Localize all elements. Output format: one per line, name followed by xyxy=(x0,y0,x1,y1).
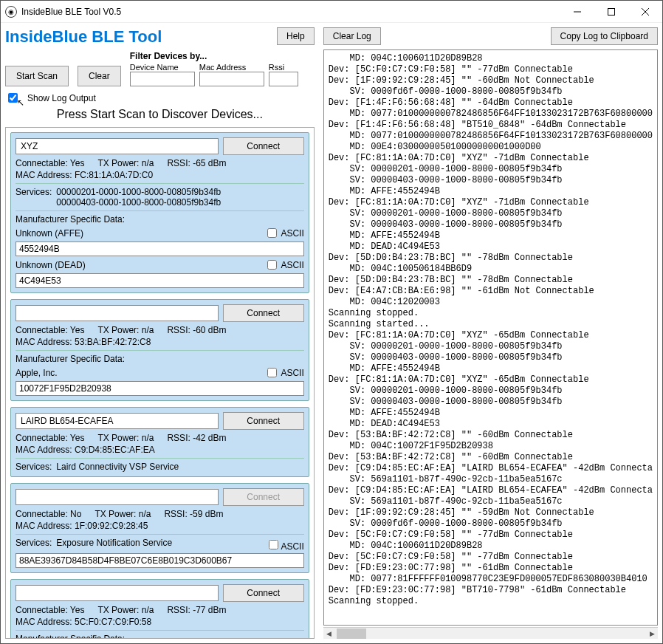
device-card: Connect Connectable: Yes TX Power: n/a R… xyxy=(10,579,309,639)
log-line: Dev: [C9:D4:85:EC:AF:EA] "LAIRD BL654-EC… xyxy=(329,485,653,496)
log-line: Scanning stopped. xyxy=(329,596,653,607)
log-line: SV: 00000201-0000-1000-8000-00805f9b34fb xyxy=(329,164,653,175)
help-button[interactable]: Help xyxy=(277,27,315,45)
connectable-field: Connectable: Yes xyxy=(16,325,84,335)
minimize-button[interactable] xyxy=(560,1,594,23)
log-line: MD: AFFE:4552494B xyxy=(329,363,653,374)
log-line: MD: 0077:0100000000782486856F64FF1013302… xyxy=(329,131,653,142)
service-name: Exposure Notification Service xyxy=(56,538,261,552)
services-label: Services: xyxy=(16,187,52,208)
start-scan-button[interactable]: Start Scan xyxy=(5,66,69,86)
txpower-field: TX Power: n/a xyxy=(97,433,154,443)
msd-data: 4C494E53 xyxy=(16,273,304,288)
ascii-toggle[interactable]: ASCII xyxy=(264,226,303,240)
maximize-button[interactable] xyxy=(594,1,628,23)
device-card: Connect Connectable: No TX Power: n/a RS… xyxy=(10,483,309,573)
log-line: Dev: [1F:09:92:C9:28:45] "" -60dBm Not C… xyxy=(329,75,653,86)
log-line: Scanning started... xyxy=(329,319,653,330)
log-line: Dev: [E4:A7:CB:BA:E6:98] "" -61dBm Not C… xyxy=(329,286,653,297)
rssi-field: RSSI: -42 dBm xyxy=(167,433,226,443)
device-name-input[interactable] xyxy=(16,305,219,321)
log-line: Dev: [FD:E9:23:0C:77:98] "" -61dBm Conne… xyxy=(329,563,653,574)
device-card: Connect Connectable: Yes TX Power: n/a R… xyxy=(10,407,309,477)
log-line: Dev: [C9:D4:85:EC:AF:EA] "LAIRD BL654-EC… xyxy=(329,463,653,474)
log-line: Dev: [5D:D0:B4:23:7B:BC] "" -78dBm Conne… xyxy=(329,253,653,264)
log-line: SV: 00000201-0000-1000-8000-00805f9b34fb xyxy=(329,386,653,397)
rssi-field: RSSI: -65 dBm xyxy=(167,158,226,168)
clear-button[interactable]: Clear xyxy=(78,66,121,86)
msd-header: Manufacturer Specific Data: xyxy=(16,354,304,364)
log-line: MD: AFFE:4552494B xyxy=(329,186,653,197)
ascii-toggle[interactable]: ASCII xyxy=(264,258,303,272)
filter-mac-label: Mac Address xyxy=(199,63,264,72)
scroll-left-icon[interactable]: ◀ xyxy=(323,630,335,637)
device-list[interactable]: Connect Connectable: Yes TX Power: n/a R… xyxy=(5,127,315,639)
ascii-toggle[interactable]: ASCII xyxy=(264,366,303,380)
msd-vendor: Unknown (AFFE) xyxy=(16,228,264,239)
log-line: SV: 00000201-0000-1000-8000-00805f9b34fb xyxy=(329,341,653,352)
service-uuid: 00000403-0000-1000-8000-00805f9b34fb xyxy=(56,197,221,208)
mac-field: MAC Address: FC:81:1A:0A:7D:C0 xyxy=(16,170,304,180)
log-line: Dev: [5C:F0:C7:C9:F0:58] "" -77dBm Conne… xyxy=(329,552,653,563)
connect-button[interactable]: Connect xyxy=(223,584,304,602)
log-line: Dev: [1F:09:92:C9:28:45] "" -59dBm Not C… xyxy=(329,507,653,518)
log-line: Scanning stopped. xyxy=(329,308,653,319)
filter-mac-input[interactable] xyxy=(199,72,264,86)
log-line: MD: 004C:1006011D20D89B28 xyxy=(329,53,653,64)
log-line: MD: 004C:12020003 xyxy=(329,297,653,308)
connectable-field: Connectable: Yes xyxy=(16,158,84,168)
device-name-input[interactable] xyxy=(16,489,219,505)
log-line: Dev: [FC:81:1A:0A:7D:C0] "XYZ" -71dBm Co… xyxy=(329,197,653,208)
log-output[interactable]: MD: 004C:1006011D20D89B28Dev: [5C:F0:C7:… xyxy=(323,49,658,626)
log-line: Dev: [FD:E9:23:0C:77:98] "BT710-7798" -6… xyxy=(329,585,653,596)
app-title: InsideBlue BLE Tool xyxy=(5,27,162,47)
log-line: Dev: [F1:4F:F6:56:68:48] "BT510_6848" -6… xyxy=(329,120,653,131)
log-line: Dev: [FC:81:1A:0A:7D:C0] "XYZ" -65dBm Co… xyxy=(329,374,653,386)
log-line: SV: 00000403-0000-1000-8000-00805f9b34fb xyxy=(329,175,653,186)
h-scrollbar[interactable]: ◀ ▶ xyxy=(323,627,658,639)
clear-log-button[interactable]: Clear Log xyxy=(323,27,381,45)
log-line: Dev: [FC:81:1A:0A:7D:C0] "XYZ" -71dBm Co… xyxy=(329,153,653,164)
ascii-toggle[interactable]: ASCII xyxy=(266,538,303,552)
connectable-field: Connectable: Yes xyxy=(16,605,84,615)
copy-log-button[interactable]: Copy Log to Clipboard xyxy=(551,27,658,45)
scroll-right-icon[interactable]: ▶ xyxy=(646,630,658,637)
log-line: MD: DEAD:4C494E53 xyxy=(329,242,653,253)
filter-header: Filter Devices by... xyxy=(130,51,298,61)
msd-header: Manufacturer Specific Data: xyxy=(16,214,304,225)
filter-rssi-input[interactable] xyxy=(269,72,298,86)
mac-field: MAC Address: 53:BA:BF:42:72:C8 xyxy=(16,337,304,347)
log-line: Dev: [53:BA:BF:42:72:C8] "" -60dBm Conne… xyxy=(329,430,653,441)
log-line: SV: 569a1101-b87f-490c-92cb-11ba5ea5167c xyxy=(329,474,653,485)
device-name-input[interactable] xyxy=(16,138,219,154)
scroll-thumb[interactable] xyxy=(337,628,366,639)
close-button[interactable] xyxy=(628,1,662,23)
connect-button[interactable]: Connect xyxy=(223,304,304,322)
log-line: MD: 004C:1006011D20D89B28 xyxy=(329,541,653,552)
log-line: SV: 00000403-0000-1000-8000-00805f9b34fb xyxy=(329,352,653,363)
connect-button[interactable]: Connect xyxy=(223,137,304,155)
log-line: SV: 569a1101-b87f-490c-92cb-11ba5ea5167c xyxy=(329,496,653,507)
log-line: SV: 00000403-0000-1000-8000-00805f9b34fb xyxy=(329,219,653,230)
mac-field: MAC Address: 5C:F0:C7:C9:F0:58 xyxy=(16,617,304,627)
title-bar: ◉ InsideBlue BLE Tool V0.5 xyxy=(1,1,662,23)
device-name-input[interactable] xyxy=(16,585,219,601)
log-line: Dev: [F1:4F:F6:56:68:48] "" -64dBm Conne… xyxy=(329,97,653,109)
show-log-label: Show Log Output xyxy=(27,93,96,103)
device-card: Connect Connectable: Yes TX Power: n/a R… xyxy=(10,132,309,293)
device-name-input[interactable] xyxy=(16,413,219,429)
filter-devname-input[interactable] xyxy=(130,72,195,86)
log-line: MD: AFFE:4552494B xyxy=(329,408,653,419)
mac-field: MAC Address: 1F:09:92:C9:28:45 xyxy=(16,521,304,531)
connect-button[interactable]: Connect xyxy=(223,412,304,430)
scan-hint: Press Start Scan to Discover Devices... xyxy=(5,108,315,121)
service-data: 88AE39367D84B58D4F8BE07C6E8B019C3D600B67 xyxy=(16,553,304,568)
log-line: MD: 004C:100506184BB6D9 xyxy=(329,264,653,275)
filter-rssi-label: Rssi xyxy=(269,63,298,72)
window-title: InsideBlue BLE Tool V0.5 xyxy=(21,7,560,17)
log-line: Dev: [53:BA:BF:42:72:C8] "" -60dBm Conne… xyxy=(329,452,653,463)
log-line: SV: 00000201-0000-1000-8000-00805f9b34fb xyxy=(329,208,653,219)
msd-vendor: Unknown (DEAD) xyxy=(16,260,264,270)
service-uuid: 00000201-0000-1000-8000-00805f9b34fb xyxy=(56,187,221,197)
rssi-field: RSSI: -60 dBm xyxy=(167,325,226,335)
